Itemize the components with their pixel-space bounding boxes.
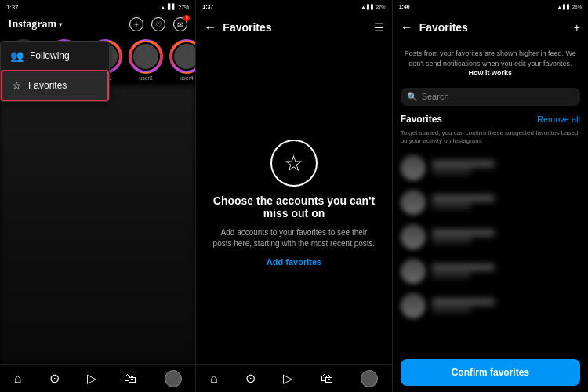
panel-favorites-list: 1:40 ▲ ▋▋ 26% ← Favorites + Posts from y… bbox=[393, 0, 588, 392]
heart-icon[interactable]: ♡ bbox=[151, 17, 165, 31]
status-bar-3: 1:40 ▲ ▋▋ 26% bbox=[393, 0, 588, 13]
fav-avatar-5 bbox=[401, 293, 426, 318]
list-icon-2[interactable]: ☰ bbox=[374, 21, 384, 34]
fav-name-5 bbox=[432, 299, 495, 305]
back-button-3[interactable]: ← bbox=[401, 20, 413, 34]
nav-shop-2[interactable]: 🛍 bbox=[321, 372, 333, 386]
panel-instagram-feed: 1:37 ▲ ▋▋ 27% Instagram ▾ ＋ ♡ ✉ 9 bbox=[0, 0, 196, 392]
nav-home-2[interactable]: ⌂ bbox=[210, 372, 218, 386]
header-icons: ＋ ♡ ✉ 9 bbox=[129, 17, 187, 31]
panel2-header: ← Favorites ☰ bbox=[196, 13, 391, 42]
fav-info-2 bbox=[432, 195, 580, 209]
feed-content bbox=[0, 85, 195, 364]
add-button-3[interactable]: + bbox=[574, 21, 580, 34]
following-menu-item[interactable]: 👥 Following bbox=[1, 42, 109, 70]
favorites-icon: ☆ bbox=[12, 79, 22, 92]
message-badge: 9 bbox=[183, 15, 190, 21]
nav-reels-1[interactable]: ▷ bbox=[87, 371, 96, 386]
following-icon: 👥 bbox=[10, 49, 24, 62]
fav-avatar-2 bbox=[401, 190, 426, 215]
remove-all-button[interactable]: Remove all bbox=[537, 114, 580, 124]
status-icons-2: ▲ ▋▋ 27% bbox=[361, 4, 385, 9]
nav-profile-1[interactable] bbox=[165, 370, 182, 387]
messenger-icon[interactable]: ✉ 9 bbox=[173, 17, 187, 31]
nav-search-1[interactable]: ⊙ bbox=[49, 371, 60, 386]
empty-state: ☆ Choose the accounts you can't miss out… bbox=[196, 42, 391, 364]
add-favorites-link[interactable]: Add favorites bbox=[267, 257, 321, 267]
panel-favorites-empty: 1:37 ▲ ▋▋ 27% ← Favorites ☰ ☆ Choose the… bbox=[196, 0, 392, 392]
fav-info-4 bbox=[432, 264, 580, 278]
story-4-label: user4 bbox=[180, 75, 194, 81]
fav-info-1 bbox=[432, 161, 580, 174]
confirm-favorites-button[interactable]: Confirm favorites bbox=[401, 359, 580, 386]
instagram-logo[interactable]: Instagram ▾ bbox=[8, 18, 62, 31]
fav-avatar-3 bbox=[401, 224, 426, 249]
fav-avatar-1 bbox=[401, 155, 426, 180]
fav-item-3[interactable] bbox=[393, 220, 588, 254]
status-icons-1: ▲ ▋▋ 27% bbox=[160, 4, 189, 10]
fav-sub-4 bbox=[432, 273, 471, 278]
favorites-sub-text: To get started, you can confirm these su… bbox=[393, 129, 588, 151]
logo-dropdown-arrow[interactable]: ▾ bbox=[59, 21, 62, 28]
fav-name-2 bbox=[432, 195, 495, 201]
fav-sub-3 bbox=[432, 238, 471, 243]
fav-name-4 bbox=[432, 264, 495, 270]
empty-title: Choose the accounts you can't miss out o… bbox=[212, 194, 376, 220]
fav-avatar-4 bbox=[401, 259, 426, 284]
search-icon-3: 🔍 bbox=[407, 92, 418, 102]
story-4[interactable]: user4 bbox=[169, 39, 195, 81]
fav-info-3 bbox=[432, 230, 580, 243]
add-post-icon[interactable]: ＋ bbox=[129, 17, 143, 31]
story-3[interactable]: user3 bbox=[129, 39, 163, 81]
panel3-header: ← Favorites + bbox=[393, 13, 588, 42]
favorites-section-header: Favorites Remove all bbox=[393, 109, 588, 129]
how-it-works-link[interactable]: How it works bbox=[469, 69, 513, 77]
fav-item-4[interactable] bbox=[393, 254, 588, 289]
time-1: 1:37 bbox=[6, 4, 19, 11]
search-placeholder[interactable]: Search bbox=[422, 92, 449, 101]
search-bar[interactable]: 🔍 Search bbox=[401, 88, 580, 106]
fav-info-5 bbox=[432, 299, 580, 312]
fav-item-5[interactable] bbox=[393, 289, 588, 323]
fav-name-3 bbox=[432, 230, 495, 236]
fav-item-2[interactable] bbox=[393, 185, 588, 220]
favorites-menu-item[interactable]: ☆ Favorites bbox=[1, 70, 109, 101]
time-2: 1:37 bbox=[202, 4, 213, 9]
favorites-info-text: Posts from your favorites are shown high… bbox=[393, 42, 588, 85]
favorites-list bbox=[393, 151, 588, 354]
bottom-nav-1: ⌂ ⊙ ▷ 🛍 bbox=[0, 364, 195, 392]
fav-name-1 bbox=[432, 161, 495, 167]
star-icon-circle: ☆ bbox=[270, 140, 318, 187]
fav-item-1[interactable] bbox=[393, 151, 588, 185]
panel2-title: Favorites bbox=[223, 21, 367, 34]
fav-sub-2 bbox=[432, 204, 471, 209]
empty-description: Add accounts to your favorites to see th… bbox=[212, 227, 376, 249]
fav-sub-1 bbox=[432, 169, 471, 174]
ig-header: Instagram ▾ ＋ ♡ ✉ 9 bbox=[0, 14, 195, 34]
nav-search-2[interactable]: ⊙ bbox=[245, 371, 256, 386]
back-button-2[interactable]: ← bbox=[204, 20, 216, 34]
dropdown-menu: 👥 Following ☆ Favorites bbox=[0, 41, 110, 102]
time-3: 1:40 bbox=[399, 4, 410, 9]
status-icons-3: ▲ ▋▋ 26% bbox=[557, 4, 582, 9]
fav-sub-5 bbox=[432, 307, 471, 312]
status-bar-1: 1:37 ▲ ▋▋ 27% bbox=[0, 0, 195, 14]
bottom-nav-2: ⌂ ⊙ ▷ 🛍 bbox=[196, 364, 391, 392]
nav-reels-2[interactable]: ▷ bbox=[283, 371, 292, 386]
nav-shop-1[interactable]: 🛍 bbox=[124, 372, 136, 386]
status-bar-2: 1:37 ▲ ▋▋ 27% bbox=[196, 0, 391, 13]
nav-home-1[interactable]: ⌂ bbox=[14, 372, 22, 386]
story-3-label: user3 bbox=[139, 75, 153, 81]
panel3-title: Favorites bbox=[419, 21, 568, 34]
nav-profile-2[interactable] bbox=[361, 370, 378, 387]
favorites-section-label: Favorites bbox=[401, 114, 442, 125]
